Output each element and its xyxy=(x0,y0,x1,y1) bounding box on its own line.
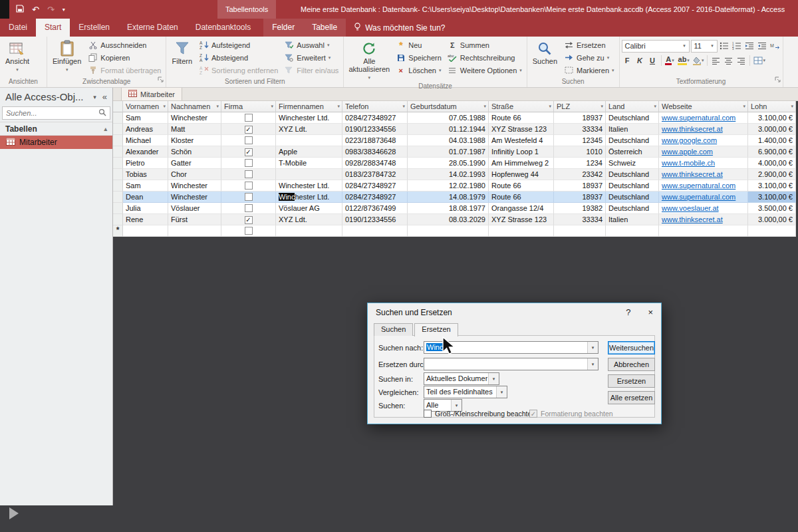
table-cell[interactable] xyxy=(554,225,606,237)
hyperlink[interactable]: www.apple.com xyxy=(662,148,713,156)
refresh-all-button[interactable]: Alle aktualisieren ▾ xyxy=(346,37,392,82)
dialog-tab-suchen[interactable]: Suchen xyxy=(374,323,413,336)
table-cell[interactable]: 3.500,00 € xyxy=(748,203,796,214)
align-right-button[interactable] xyxy=(735,55,747,66)
column-header[interactable]: Land▾ xyxy=(606,101,659,112)
find-button[interactable]: Suchen xyxy=(529,37,561,77)
hyperlink[interactable]: www.supernatural.com xyxy=(662,193,735,201)
table-cell[interactable]: Winchester xyxy=(168,112,221,124)
record-selector[interactable] xyxy=(113,203,123,214)
table-cell[interactable] xyxy=(221,112,276,124)
tab-datenbanktools[interactable]: Datenbanktools xyxy=(187,19,259,37)
table-cell[interactable]: Route 66 xyxy=(489,112,554,124)
font-size-combo[interactable]: 11 ▾ xyxy=(691,40,718,53)
dialog-help-button[interactable]: ? xyxy=(626,307,630,317)
match-case-checkbox[interactable]: Groß-/Kleinschreibung beachten xyxy=(424,410,535,418)
column-header[interactable]: Nachnamen▾ xyxy=(168,101,221,112)
table-cell[interactable] xyxy=(221,169,276,180)
table-cell[interactable]: Vöslauer AG xyxy=(276,203,342,214)
new-record-row[interactable]: * xyxy=(113,225,796,237)
table-cell[interactable]: 0983/38346628 xyxy=(342,146,408,158)
hyperlink[interactable]: www.thinksecret.at xyxy=(662,215,723,223)
paste-button[interactable]: Einfügen ▾ xyxy=(49,37,84,77)
table-cell[interactable]: 19382 xyxy=(554,203,606,214)
table-cell[interactable]: Deutschland xyxy=(606,203,659,214)
record-selector[interactable] xyxy=(113,158,123,169)
table-cell[interactable]: 28.05.1990 xyxy=(408,158,489,169)
table-cell[interactable]: 18937 xyxy=(554,112,606,124)
table-cell[interactable] xyxy=(221,225,276,237)
tell-me-box[interactable]: Was möchten Sie tun? xyxy=(346,19,453,37)
table-cell[interactable]: 1.400,00 € xyxy=(748,135,796,146)
bold-button[interactable]: F xyxy=(622,55,633,66)
table-cell[interactable] xyxy=(221,203,276,214)
table-cell[interactable]: www.thinksecret.at xyxy=(659,214,748,225)
nav-section-tabellen[interactable]: Tabellen ▴ xyxy=(0,122,112,136)
remove-sort-button[interactable]: AZ Sortierung entfernen xyxy=(196,64,281,76)
table-cell[interactable] xyxy=(606,225,659,237)
tab-felder[interactable]: Felder xyxy=(263,19,303,37)
tab-externe-daten[interactable]: Externe Daten xyxy=(118,19,187,37)
hyperlink[interactable]: www.supernatural.com xyxy=(662,182,735,190)
table-cell[interactable]: Italien xyxy=(606,214,659,225)
table-cell[interactable]: 0284/27348927 xyxy=(342,180,408,192)
record-selector[interactable] xyxy=(113,146,123,158)
column-dropdown-icon[interactable]: ▾ xyxy=(337,104,340,109)
table-cell[interactable]: 33334 xyxy=(554,124,606,135)
table-cell[interactable]: Sam xyxy=(123,180,168,192)
highlight-color-button[interactable]: ab▾ xyxy=(677,55,690,66)
gridlines-button[interactable]: ▾ xyxy=(753,55,766,66)
table-cell[interactable]: Winchester Ltd. xyxy=(276,180,342,192)
table-cell[interactable]: Tobias xyxy=(123,169,168,180)
select-button[interactable]: Markieren ▾ xyxy=(561,64,616,76)
record-selector[interactable] xyxy=(113,180,123,192)
table-cell[interactable]: www.thinksecret.at xyxy=(659,169,748,180)
table-cell[interactable]: 04.03.1988 xyxy=(408,135,489,146)
table-cell[interactable]: Gatter xyxy=(168,158,221,169)
table-cell[interactable]: Italien xyxy=(606,124,659,135)
table-cell[interactable]: 01.12.1944 xyxy=(408,124,489,135)
record-selector[interactable] xyxy=(113,112,123,124)
spelling-button[interactable]: abc Rechtschreibung xyxy=(445,51,525,64)
column-header[interactable]: Telefon▾ xyxy=(342,101,408,112)
table-cell[interactable]: 4.000,00 € xyxy=(748,158,796,169)
advanced-filter-button[interactable]: Erweitert ▾ xyxy=(281,51,341,64)
search-formatted-checkbox[interactable]: ✓ Formatierung beachten xyxy=(529,410,613,418)
table-cell[interactable]: 12345 xyxy=(554,135,606,146)
table-cell[interactable] xyxy=(748,225,796,237)
replace-button[interactable]: Ersetzen xyxy=(608,374,655,388)
table-cell[interactable]: 3.000,00 € xyxy=(748,214,796,225)
table-cell[interactable]: 12.02.1980 xyxy=(408,180,489,192)
select-all-corner[interactable] xyxy=(113,101,123,112)
table-cell[interactable]: www.google.com xyxy=(659,135,748,146)
column-dropdown-icon[interactable]: ▾ xyxy=(402,104,405,109)
table-cell[interactable]: Orangasse 12/4 xyxy=(489,203,554,214)
view-button[interactable]: Ansicht ▾ xyxy=(2,37,33,77)
table-cell[interactable]: Deutschland xyxy=(606,135,659,146)
table-cell[interactable]: Chor xyxy=(168,169,221,180)
table-cell[interactable]: 14.08.1979 xyxy=(408,192,489,203)
table-cell[interactable]: Matt xyxy=(168,124,221,135)
chevron-down-icon[interactable]: ▾ xyxy=(587,342,598,353)
replace-button[interactable]: Ersetzen xyxy=(561,39,616,51)
table-cell[interactable]: Winchester Ltd. xyxy=(276,192,342,203)
table-cell[interactable]: 0190/12334556 xyxy=(342,214,408,225)
table-cell[interactable]: 0223/18873648 xyxy=(342,135,408,146)
table-cell[interactable]: Deutschland xyxy=(606,169,659,180)
column-dropdown-icon[interactable]: ▾ xyxy=(271,104,273,109)
table-cell[interactable]: 07.05.1988 xyxy=(408,112,489,124)
table-cell[interactable] xyxy=(221,135,276,146)
table-cell[interactable] xyxy=(221,192,276,203)
table-cell[interactable]: www.apple.com xyxy=(659,146,748,158)
column-header[interactable]: Lohn▾ xyxy=(748,101,796,112)
table-cell[interactable]: 3.100,00 € xyxy=(748,180,796,192)
table-cell[interactable] xyxy=(342,225,408,237)
table-cell[interactable]: Rene xyxy=(123,214,168,225)
table-cell[interactable]: 6.900,00 € xyxy=(748,146,796,158)
table-cell[interactable]: Alexander xyxy=(123,146,168,158)
table-cell[interactable]: 23342 xyxy=(554,169,606,180)
table-cell[interactable]: Schön xyxy=(168,146,221,158)
shutter-bar-close-icon[interactable]: « xyxy=(102,92,107,102)
align-left-button[interactable] xyxy=(710,55,722,66)
table-cell[interactable]: 33334 xyxy=(554,214,606,225)
